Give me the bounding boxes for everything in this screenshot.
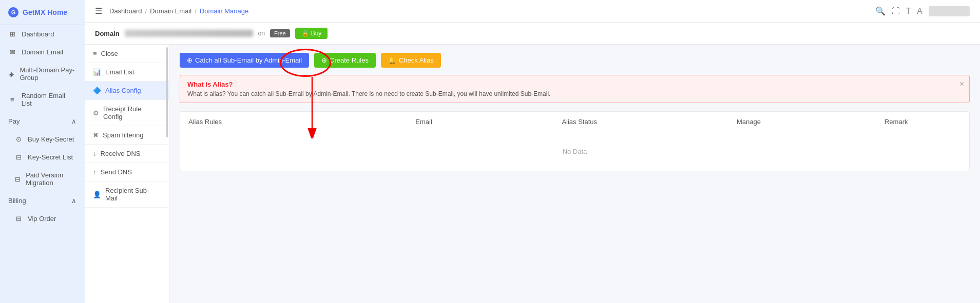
alias-config-icon: 🔷 bbox=[93, 87, 101, 94]
sidebar-label-vip-order: Vip Order bbox=[28, 215, 56, 223]
sidebar-label-key-secret: Key-Secret List bbox=[28, 153, 73, 161]
free-badge: Free bbox=[270, 29, 290, 37]
sidebar-label-domain-email: Domain Email bbox=[22, 48, 63, 56]
topbar-icons: 🔍 ⛶ T A bbox=[875, 6, 970, 16]
receive-dns-icon: ↓ bbox=[93, 150, 97, 157]
breadcrumb-sep-2: / bbox=[195, 7, 197, 15]
domain-value-blurred bbox=[125, 30, 253, 37]
table-container: Alias Rules Email Alias Status Manage Re… bbox=[180, 111, 970, 171]
catch-all-button[interactable]: ⊕ Catch all Sub-Email by Admin-Email bbox=[180, 53, 309, 68]
buy-key-icon: ⊙ bbox=[14, 135, 23, 143]
random-email-icon: ≡ bbox=[8, 96, 16, 104]
send-dns-icon: ↑ bbox=[93, 168, 97, 176]
domain-email-icon: ✉ bbox=[8, 48, 16, 56]
check-alias-icon: 🔔 bbox=[388, 56, 396, 64]
lock-icon: 🔒 bbox=[301, 30, 309, 37]
check-alias-button[interactable]: 🔔 Check Alias bbox=[381, 53, 441, 68]
recipient-submail-icon: 👤 bbox=[93, 191, 101, 198]
main-area: ☰ Dashboard / Domain Email / Domain Mana… bbox=[85, 0, 980, 303]
sidebar-section-billing[interactable]: Billing ∧ bbox=[0, 192, 85, 210]
domain-on-label: on bbox=[258, 30, 265, 37]
col-alias-status: Alias Status bbox=[485, 112, 674, 132]
sub-item-email-list[interactable]: 📊 Email List bbox=[85, 63, 169, 82]
sidebar-item-multi-domain[interactable]: ◈ Multi-Domain Pay-Group bbox=[0, 61, 85, 87]
topbar: ☰ Dashboard / Domain Email / Domain Mana… bbox=[85, 0, 980, 23]
action-row: ⊕ Catch all Sub-Email by Admin-Email ⊕ C… bbox=[180, 53, 970, 68]
sidebar-label-buy-key: Buy Key-Secret bbox=[28, 135, 74, 143]
sub-item-close[interactable]: ≡ Close bbox=[85, 45, 169, 63]
key-secret-icon: ⊟ bbox=[14, 153, 23, 161]
col-email: Email bbox=[363, 112, 485, 132]
dashboard-icon: ⊞ bbox=[8, 30, 16, 38]
logo-icon: G bbox=[8, 7, 18, 17]
col-remark: Remark bbox=[823, 112, 969, 132]
sidebar-section-pay[interactable]: Pay ∧ bbox=[0, 112, 85, 130]
catch-all-icon: ⊕ bbox=[187, 56, 193, 64]
sub-item-spam-filtering[interactable]: ✖ Spam filtering bbox=[85, 126, 169, 145]
sidebar-label-pay: Pay bbox=[8, 117, 20, 125]
breadcrumb-dashboard[interactable]: Dashboard bbox=[109, 7, 142, 15]
recipient-submail-label: Recipient Sub-Mail bbox=[105, 187, 161, 202]
spam-filter-icon: ✖ bbox=[93, 131, 99, 139]
accessibility-icon[interactable]: A bbox=[917, 7, 923, 16]
breadcrumb-domain-email[interactable]: Domain Email bbox=[150, 7, 191, 15]
create-rules-icon: ⊕ bbox=[321, 56, 327, 64]
content-area: ≡ Close 📊 Email List 🔷 Alias Config ⚙ Re… bbox=[85, 45, 980, 303]
expand-icon[interactable]: ⛶ bbox=[892, 7, 900, 16]
breadcrumb: ☰ Dashboard / Domain Email / Domain Mana… bbox=[95, 6, 248, 16]
sidebar-label-billing: Billing bbox=[8, 197, 26, 205]
vip-order-icon: ⊟ bbox=[14, 215, 23, 223]
domain-label: Domain bbox=[95, 30, 120, 37]
sub-item-alias-config[interactable]: 🔷 Alias Config bbox=[85, 82, 169, 100]
col-manage: Manage bbox=[674, 112, 823, 132]
close-label: Close bbox=[101, 50, 118, 57]
sidebar: G GetMX Home ⊞ Dashboard ✉ Domain Email … bbox=[0, 0, 85, 303]
sidebar-logo[interactable]: G GetMX Home bbox=[0, 0, 85, 25]
info-box-title: What is Alias? bbox=[187, 80, 962, 88]
receipt-rule-label: Receipt Rule Config bbox=[103, 105, 161, 120]
empty-text: No Data bbox=[180, 132, 969, 171]
search-icon[interactable]: 🔍 bbox=[875, 6, 886, 16]
paid-migration-icon: ⊟ bbox=[14, 175, 21, 183]
email-list-label: Email List bbox=[105, 68, 134, 76]
sub-sidebar: ≡ Close 📊 Email List 🔷 Alias Config ⚙ Re… bbox=[85, 45, 169, 303]
sidebar-item-random-email[interactable]: ≡ Random Email List bbox=[0, 87, 85, 112]
sub-item-send-dns[interactable]: ↑ Send DNS bbox=[85, 163, 169, 181]
pay-chevron-icon: ∧ bbox=[71, 117, 76, 125]
spam-filtering-label: Spam filtering bbox=[103, 131, 143, 139]
user-avatar[interactable] bbox=[929, 6, 970, 16]
main-panel: ⊕ Catch all Sub-Email by Admin-Email ⊕ C… bbox=[169, 45, 980, 303]
alias-config-label: Alias Config bbox=[105, 87, 141, 94]
billing-chevron-icon: ∧ bbox=[71, 197, 76, 205]
alias-table: Alias Rules Email Alias Status Manage Re… bbox=[180, 112, 969, 171]
receipt-rule-icon: ⚙ bbox=[93, 109, 99, 117]
sidebar-label-paid-migration: Paid Version Migration bbox=[26, 171, 76, 187]
sub-item-receive-dns[interactable]: ↓ Receive DNS bbox=[85, 145, 169, 163]
sub-item-receipt-rule[interactable]: ⚙ Receipt Rule Config bbox=[85, 100, 169, 126]
sub-item-recipient-submail[interactable]: 👤 Recipient Sub-Mail bbox=[85, 181, 169, 208]
sidebar-item-paid-migration[interactable]: ⊟ Paid Version Migration bbox=[0, 166, 85, 192]
buy-button[interactable]: 🔒 Buy bbox=[295, 28, 328, 39]
menu-toggle-icon[interactable]: ☰ bbox=[95, 6, 102, 16]
sidebar-item-buy-key[interactable]: ⊙ Buy Key-Secret bbox=[0, 130, 85, 148]
close-icon: ≡ bbox=[93, 50, 97, 57]
info-box-close-button[interactable]: × bbox=[959, 79, 964, 89]
info-box-text: What is alias? You can catch all Sub-Ema… bbox=[187, 90, 962, 97]
info-box: What is Alias? What is alias? You can ca… bbox=[180, 75, 970, 103]
breadcrumb-sep-1: / bbox=[145, 7, 147, 15]
receive-dns-label: Receive DNS bbox=[101, 150, 141, 157]
sub-sidebar-scrollbar bbox=[166, 47, 168, 137]
logo-label: GetMX Home bbox=[23, 8, 67, 16]
sidebar-label-dashboard: Dashboard bbox=[22, 30, 54, 38]
sidebar-item-key-secret[interactable]: ⊟ Key-Secret List bbox=[0, 148, 85, 166]
table-empty-row: No Data bbox=[180, 132, 969, 171]
sidebar-item-domain-email[interactable]: ✉ Domain Email bbox=[0, 43, 85, 61]
sidebar-label-multi-domain: Multi-Domain Pay-Group bbox=[20, 66, 76, 82]
create-rules-button[interactable]: ⊕ Create Rules bbox=[314, 53, 376, 68]
breadcrumb-domain-manage: Domain Manage bbox=[200, 7, 248, 15]
send-dns-label: Send DNS bbox=[101, 168, 132, 176]
domain-bar: Domain on Free 🔒 Buy bbox=[85, 23, 980, 45]
sidebar-item-vip-order[interactable]: ⊟ Vip Order bbox=[0, 210, 85, 228]
sidebar-item-dashboard[interactable]: ⊞ Dashboard bbox=[0, 25, 85, 43]
font-icon[interactable]: T bbox=[906, 7, 911, 16]
